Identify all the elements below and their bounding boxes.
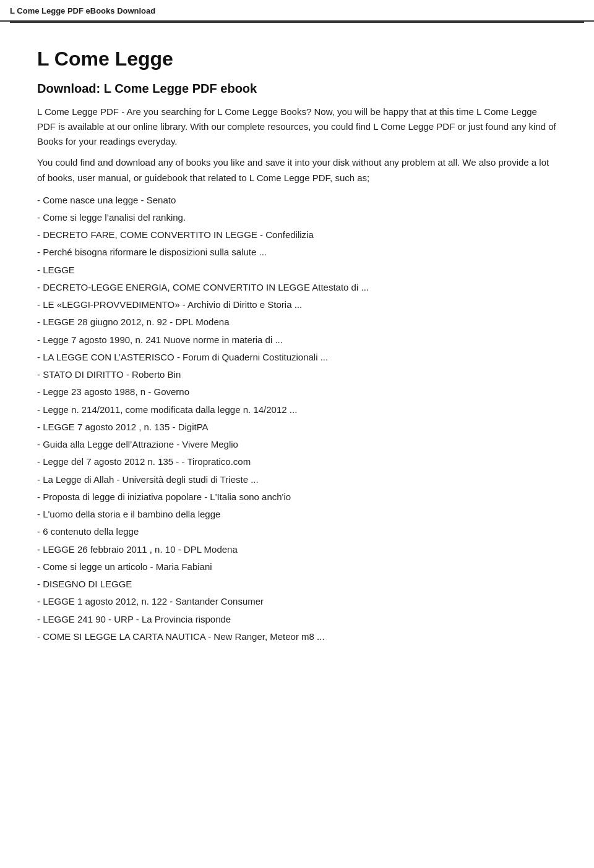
list-item: - Legge n. 214/2011, come modificata dal… — [37, 402, 557, 418]
list-item: - Come nasce una legge - Senato — [37, 192, 557, 208]
list-item: - Come si legge l’analisi del ranking. — [37, 210, 557, 226]
list-item: - Perché bisogna riformare le disposizio… — [37, 244, 557, 260]
list-item: - LA LEGGE CON L’ASTERISCO - Forum di Qu… — [37, 349, 557, 365]
list-item: - DISEGNO DI LEGGE — [37, 576, 557, 592]
list-item: - LEGGE 26 febbraio 2011 , n. 10 - DPL M… — [37, 542, 557, 558]
list-item: - Proposta di legge di iniziativa popola… — [37, 489, 557, 505]
list-item: - Legge 23 agosto 1988, n - Governo — [37, 384, 557, 400]
list-item: - LEGGE 241 90 - URP - La Provincia risp… — [37, 611, 557, 628]
list-item: - L'uomo della storia e il bambino della… — [37, 506, 557, 522]
top-bar-title: L Come Legge PDF eBooks Download — [10, 6, 155, 15]
top-bar: L Come Legge PDF eBooks Download — [0, 0, 594, 22]
list-item: - DECRETO FARE, COME CONVERTITO IN LEGGE… — [37, 227, 557, 243]
page-subtitle: Download: L Come Legge PDF ebook — [37, 82, 557, 96]
book-list: - Come nasce una legge - Senato- Come si… — [37, 192, 557, 645]
main-content: L Come Legge Download: L Come Legge PDF … — [0, 23, 594, 671]
list-item: - Guida alla Legge dell’Attrazione - Viv… — [37, 436, 557, 453]
list-item: - LEGGE 7 agosto 2012 , n. 135 - DigitPA — [37, 419, 557, 435]
body-paragraph: You could find and download any of books… — [37, 155, 557, 186]
intro-paragraph: L Come Legge PDF - Are you searching for… — [37, 104, 557, 149]
list-item: - DECRETO-LEGGE ENERGIA, COME CONVERTITO… — [37, 279, 557, 296]
list-item: - LE «LEGGI-PROVVEDIMENTO» - Archivio di… — [37, 297, 557, 313]
list-item: - COME SI LEGGE LA CARTA NAUTICA - New R… — [37, 629, 557, 645]
list-item: - STATO DI DIRITTO - Roberto Bin — [37, 367, 557, 383]
list-item: - Legge del 7 agosto 2012 n. 135 - - Tir… — [37, 454, 557, 470]
list-item: - 6 contenuto della legge — [37, 524, 557, 540]
page-title: L Come Legge — [37, 48, 557, 70]
list-item: - La Legge di Allah - Università degli s… — [37, 472, 557, 488]
list-item: - Legge 7 agosto 1990, n. 241 Nuove norm… — [37, 332, 557, 348]
list-item: - LEGGE — [37, 262, 557, 278]
list-item: - LEGGE 28 giugno 2012, n. 92 - DPL Mode… — [37, 314, 557, 330]
list-item: - Come si legge un articolo - Maria Fabi… — [37, 559, 557, 575]
list-item: - LEGGE 1 agosto 2012, n. 122 - Santande… — [37, 594, 557, 610]
